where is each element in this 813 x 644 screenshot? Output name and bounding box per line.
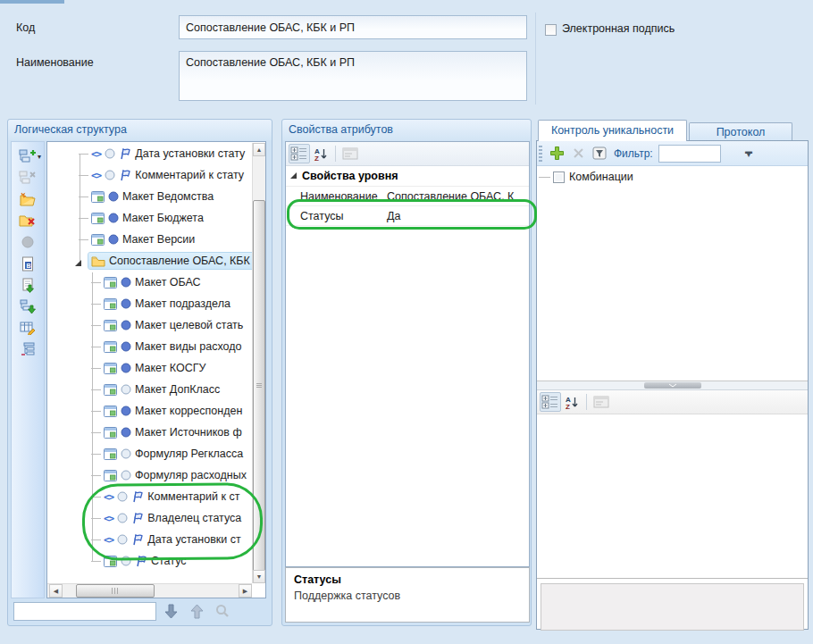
tree-item-label: Макет ОБАС [135,276,201,289]
code-input[interactable] [179,15,527,39]
tree-item[interactable]: Макет подраздела [47,293,252,314]
tab-uniqueness-control[interactable]: Контроль уникальности [538,120,687,141]
search-find-button[interactable] [211,600,234,622]
new-folder-button[interactable] [15,188,40,210]
logical-tree-box: <>Дата установки стату<>Комментарий к ст… [46,141,266,598]
status-circle-filled-icon [121,341,131,352]
filter-icon [592,146,607,160]
tree-item-label: Формуляр Регкласса [135,447,243,460]
category-expander-icon[interactable] [289,170,298,182]
tree-item[interactable]: Макет корреспонден [47,400,252,422]
property-row[interactable]: НаименованиеСопоставление ОБАС, К [286,187,529,206]
scroll-left-icon[interactable]: ◀ [49,584,63,598]
tree-item[interactable]: Сопоставление ОБАС, КБК [47,250,252,272]
tree-item[interactable]: Формуляр расходных [47,464,252,486]
layout-form-icon [104,277,117,289]
layout-form-icon [104,470,117,481]
name-textarea[interactable] [179,51,527,101]
property-row[interactable]: СтатусыДа [286,206,529,226]
tree-item[interactable]: Макет ДопКласс [47,379,252,400]
tree-item-label: Владелец статуса [147,512,241,524]
status-circle-filled-icon [121,320,131,330]
tree-item-label: Формуляр расходных [135,469,247,481]
property-name: Статусы [286,210,387,222]
tree-item[interactable]: Макет виды расходо [47,336,252,357]
gray-circle-icon [21,236,34,248]
tree-search-input[interactable] [13,602,156,621]
status-circle-filled-icon [121,298,131,309]
add-node-button[interactable]: ▾ [15,146,40,167]
property-category-row[interactable]: Свойства уровня [286,166,529,187]
tree-horizontal-scrollbar[interactable]: ◀ ▶ [47,583,252,598]
hierarchy-icon [20,342,36,356]
add-combination-button[interactable] [546,144,567,163]
filter-input[interactable] [658,145,721,163]
tree-item[interactable]: <>Комментарий к ст [47,486,252,507]
sort-alphabetical-button[interactable]: A Z [310,144,331,163]
document-b-button[interactable]: B [15,253,40,274]
search-next-button[interactable] [159,600,182,622]
search-prev-button[interactable] [185,600,208,622]
delete-node-button[interactable] [15,167,40,188]
scroll-down-icon[interactable]: ▼ [253,570,265,583]
toolbar-grip[interactable] [539,146,542,162]
panel-splitter[interactable] [537,381,808,390]
tree-item[interactable]: Макет целевой стать [47,314,252,336]
add-plus-icon [549,146,565,161]
sort-az-icon: A Z [565,395,579,410]
expander-icon[interactable] [74,259,82,267]
checkbox-icon[interactable] [553,171,565,183]
delete-node-icon [19,170,37,186]
tree-item[interactable]: Статус [47,550,252,572]
tree-item[interactable]: <>Дата установки ст [47,529,252,550]
tree-item[interactable]: Макет Версии [47,229,252,250]
tree-item-label: Макет КОСГУ [135,362,205,374]
tree-item[interactable]: <>Дата установки стату [47,143,252,164]
scrollbar-thumb[interactable] [76,584,155,598]
tab-protocol[interactable]: Протокол [689,122,792,141]
tree-vertical-scrollbar[interactable]: ▲ ▼ [252,143,265,583]
electronic-signature-checkbox[interactable] [545,24,557,36]
tree-item-label: Сопоставление ОБАС, КБК [109,255,250,267]
edit-table-button[interactable] [15,317,40,339]
status-circle-filled-icon [121,406,131,416]
delete-combination-button[interactable] [567,144,589,163]
sort-az-icon: A Z [314,146,328,162]
tree-item[interactable]: Макет Ведомства [47,186,252,207]
tree-item[interactable]: Формуляр Регкласса [47,443,252,464]
scrollbar-thumb[interactable] [253,200,265,572]
svg-text:B: B [27,262,31,268]
combinations-tree-item[interactable]: Комбинации [537,166,808,188]
import-document-button[interactable] [15,274,40,296]
expander-icon[interactable] [74,257,82,270]
property-pages-button[interactable] [339,144,361,163]
tree-item[interactable]: Макет КОСГУ [47,357,252,379]
filter-dropdown-toggle[interactable]: ▬▾ [743,146,754,160]
categorized-icon [541,395,559,409]
splitter-collapse-button[interactable] [644,382,701,389]
property-value: Да [387,210,400,222]
apply-filter-button[interactable] [589,144,610,163]
toolbar-separator [335,146,336,162]
scroll-right-icon[interactable]: ▶ [239,584,252,598]
tree-item-label: Макет корреспонден [135,405,242,417]
scroll-up-icon[interactable]: ▲ [253,143,265,156]
categorized-view-button[interactable] [289,144,310,163]
tree-item[interactable]: Макет ОБАС [47,272,252,293]
uniqueness-control-panel: Фильтр: ▬▾ Комбинации A [536,140,809,630]
delete-folder-button[interactable] [15,210,40,231]
tree-item[interactable]: Макет Бюджета [47,207,252,229]
sort-alphabetical-button[interactable]: A Z [561,392,583,412]
tree-search-row [11,599,269,623]
tree-item-label: Макет ДопКласс [135,383,220,396]
import-tree-button[interactable] [15,296,40,317]
property-pages-button[interactable] [591,392,612,412]
structure-toolbar: ▾B [11,141,45,598]
categorized-view-button[interactable] [540,392,561,412]
tree-item[interactable]: <>Комментарий к стату [47,164,252,186]
hierarchy-button[interactable] [15,339,40,360]
tree-item[interactable]: <>Владелец статуса [47,507,252,529]
gray-circle-button[interactable] [15,231,40,253]
tree-item[interactable]: Макет Источников ф [47,422,252,443]
dropdown-arrow-icon[interactable]: ▾ [38,153,41,161]
